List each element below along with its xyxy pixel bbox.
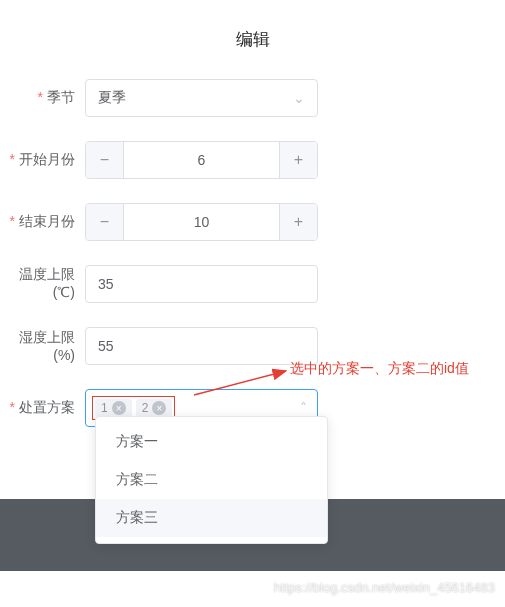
field-end-month: 结束月份 − 10 + — [0, 203, 505, 241]
field-season: 季节 夏季 ⌄ — [0, 79, 505, 117]
label-season: 季节 — [0, 89, 85, 107]
select-season-value: 夏季 — [98, 89, 126, 107]
label-temp-limit: 温度上限(℃) — [0, 266, 85, 302]
dropdown-option-3[interactable]: 方案三 — [96, 499, 327, 537]
label-plan: 处置方案 — [0, 399, 85, 417]
label-end-month: 结束月份 — [0, 213, 85, 231]
tag-1-remove-icon[interactable]: × — [112, 401, 126, 415]
annotation-text: 选中的方案一、方案二的id值 — [290, 360, 469, 378]
tag-1-label: 1 — [101, 401, 108, 415]
field-start-month: 开始月份 − 6 + — [0, 141, 505, 179]
start-month-value[interactable]: 6 — [124, 142, 279, 178]
page-title: 编辑 — [0, 0, 505, 79]
start-month-decrease-button[interactable]: − — [86, 142, 124, 178]
tag-2-remove-icon[interactable]: × — [152, 401, 166, 415]
chevron-up-icon: ˄ — [300, 400, 307, 416]
chevron-down-icon: ⌄ — [293, 90, 305, 106]
input-temp-limit[interactable]: 35 — [85, 265, 318, 303]
tag-2: 2 × — [136, 399, 173, 417]
plan-dropdown: 方案一 方案二 方案三 — [95, 416, 328, 544]
end-month-value[interactable]: 10 — [124, 204, 279, 240]
stepper-start-month: − 6 + — [85, 141, 318, 179]
label-start-month: 开始月份 — [0, 151, 85, 169]
dropdown-option-2[interactable]: 方案二 — [96, 461, 327, 499]
tag-2-label: 2 — [142, 401, 149, 415]
start-month-increase-button[interactable]: + — [279, 142, 317, 178]
end-month-decrease-button[interactable]: − — [86, 204, 124, 240]
end-month-increase-button[interactable]: + — [279, 204, 317, 240]
label-humidity-limit: 湿度上限(%) — [0, 329, 85, 363]
select-season[interactable]: 夏季 ⌄ — [85, 79, 318, 117]
tag-1: 1 × — [95, 399, 132, 417]
stepper-end-month: − 10 + — [85, 203, 318, 241]
input-humidity-limit[interactable]: 55 — [85, 327, 318, 365]
watermark-text: https://blog.csdn.net/weixin_45616483 — [274, 580, 495, 595]
field-temp-limit: 温度上限(℃) 35 — [0, 265, 505, 303]
dropdown-option-1[interactable]: 方案一 — [96, 423, 327, 461]
